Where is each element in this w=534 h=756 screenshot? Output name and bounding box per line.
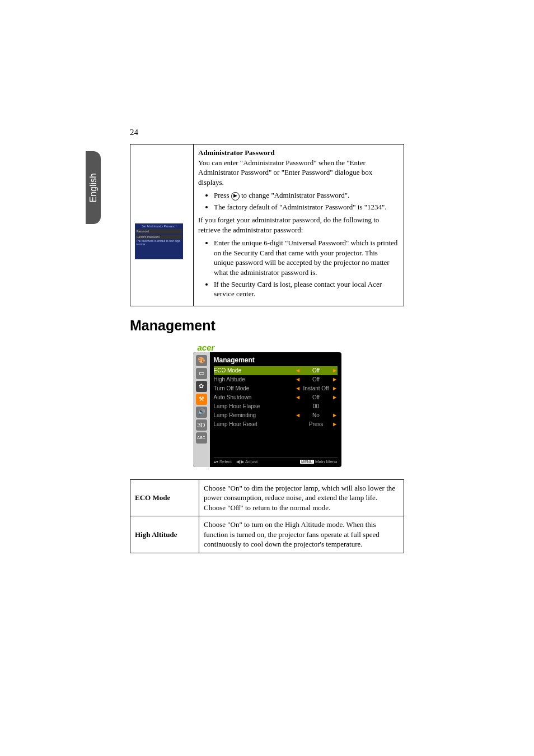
administrator-password-table: Set Administrator Password Password Conf…	[130, 144, 404, 306]
management-heading: Management	[130, 318, 404, 334]
bullet-factory-default: The factory default of "Administrator Pa…	[214, 202, 399, 212]
eco-mode-label: ECO Mode	[135, 493, 170, 502]
osd-title: Management	[214, 356, 338, 364]
image-icon: ▭	[196, 368, 207, 379]
osd-row: Turn Off Mode◀Instant Off▶	[214, 384, 338, 393]
osd-footer: ▴▾ Select ◀ ▶ Adjust MENU Main Menu	[214, 457, 338, 464]
bullet-universal-password: Enter the unique 6-digit "Universal Pass…	[214, 238, 399, 277]
admin-password-heading: Administrator Password	[198, 148, 275, 157]
page-number: 24	[130, 128, 404, 137]
admin-password-intro: You can enter "Administrator Password" w…	[198, 158, 372, 186]
osd-row: Auto Shutdown◀Off▶	[214, 393, 338, 402]
osd-management-screenshot: acer 🎨 ▭ ✿ ⚒ 🔊 3D ABC Management ECO Mod…	[193, 343, 341, 467]
tools-icon: ⚒	[196, 394, 207, 405]
osd-row: Lamp Reminding◀No▶	[214, 411, 338, 420]
language-side-tab: English	[86, 151, 101, 224]
speaker-icon: 🔊	[196, 407, 207, 418]
bullet-press-change: Press ▶ to change "Administrator Passwor…	[214, 190, 399, 200]
osd-row: Lamp Hour Elapse00	[214, 402, 338, 411]
high-altitude-desc: Choose "On" to turn on the High Altitude…	[199, 516, 404, 553]
language-side-tab-label: English	[88, 173, 99, 202]
bullet-security-card-lost: If the Security Card is lost, please con…	[214, 279, 399, 299]
eco-mode-desc: Choose "On" to dim the projector lamp, w…	[199, 479, 404, 516]
management-settings-table: ECO Mode Choose "On" to dim the projecto…	[130, 479, 404, 553]
forgot-password-intro: If you forget your administrator passwor…	[198, 216, 379, 234]
osd-brand: acer	[193, 343, 341, 352]
high-altitude-label: High Altitude	[135, 530, 177, 539]
osd-row: ECO Mode◀Off▶	[214, 366, 338, 375]
right-arrow-icon: ▶	[231, 192, 240, 200]
osd-row: Lamp Hour ResetPress▶	[214, 420, 338, 429]
palette-icon: 🎨	[196, 355, 207, 366]
set-admin-password-screenshot: Set Administrator Password Password Conf…	[135, 223, 183, 259]
language-icon: ABC	[196, 432, 207, 444]
threed-icon: 3D	[196, 419, 207, 431]
gear-icon: ✿	[196, 381, 207, 392]
osd-row: High Altitude◀Off▶	[214, 375, 338, 384]
